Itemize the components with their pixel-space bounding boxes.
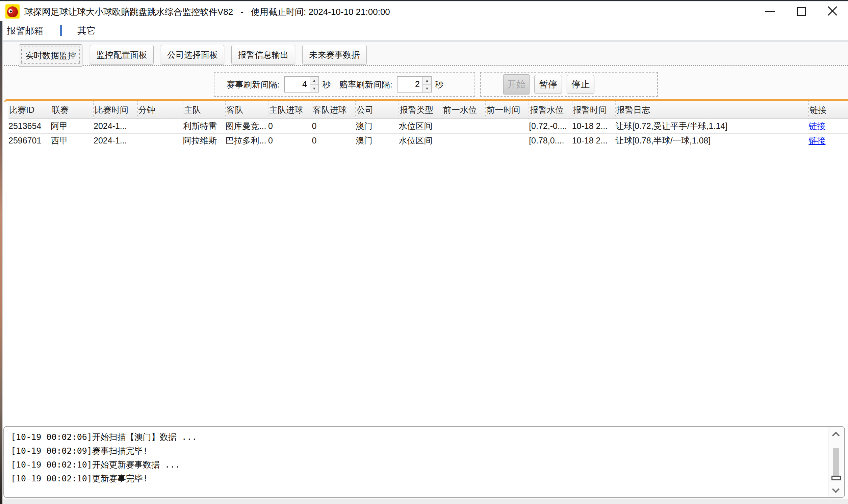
col-header-away-goals[interactable]: 客队进球: [312, 101, 356, 119]
cell-away-team: 巴拉多利...: [226, 133, 268, 148]
spinner-arrows: ▲ ▼: [423, 77, 431, 92]
cell-match-id: 2513654: [8, 119, 51, 133]
odds-refresh-spinner[interactable]: 2 ▲ ▼: [397, 76, 431, 92]
tab-strip: 实时数据监控 监控配置面板 公司选择面板 报警信息输出 未来赛事数据: [0, 42, 848, 66]
col-header-home-team[interactable]: 主队: [183, 101, 226, 119]
cell-prev-time: [485, 133, 529, 148]
title-dash: -: [241, 7, 244, 17]
log-lines: [10-19 00:02:06]开始扫描【澳门】数据 ... [10-19 00…: [11, 430, 824, 495]
col-header-home-goals[interactable]: 主队进球: [268, 101, 312, 119]
window-bottom-strip: [0, 499, 848, 504]
desktop-edge-strip: [0, 21, 3, 504]
cell-league: 阿甲: [51, 119, 94, 133]
event-refresh-value[interactable]: 4: [285, 77, 310, 92]
col-header-prev-odds[interactable]: 前一水位: [442, 101, 485, 119]
col-header-link[interactable]: 链接: [809, 101, 848, 119]
col-header-match-id[interactable]: 比赛ID: [8, 101, 51, 119]
control-bar: 赛事刷新间隔: 4 ▲ ▼ 秒 赔率刷新间隔: 2 ▲ ▼ 秒 开始 暂停: [0, 66, 848, 99]
table-row[interactable]: 2596701 西甲 2024-1... 阿拉维斯 巴拉多利... 0 0 澳门…: [8, 133, 848, 148]
table-row[interactable]: 2513654 阿甲 2024-1... 利斯特雷 图库曼竞... 0 0 澳门…: [8, 119, 848, 133]
cell-match-time: 2024-1...: [93, 119, 138, 133]
cell-home-goals: 0: [268, 133, 312, 148]
match-table-panel: 比赛ID 联赛 比赛时间 分钟 主队 客队 主队进球 客队进球 公司 报警类型 …: [4, 99, 848, 423]
cell-match-time: 2024-1...: [93, 133, 138, 148]
table-header-row: 比赛ID 联赛 比赛时间 分钟 主队 客队 主队进球 客队进球 公司 报警类型 …: [8, 101, 848, 119]
col-header-match-time[interactable]: 比赛时间: [93, 101, 138, 119]
cell-away-team: 图库曼竞...: [226, 119, 268, 133]
cell-company: 澳门: [356, 133, 399, 148]
license-deadline: 使用截止时间: 2024-10-10 21:00:00: [251, 7, 390, 17]
log-vertical-scrollbar[interactable]: [828, 427, 844, 497]
tab-monitor-config-panel[interactable]: 监控配置面板: [90, 45, 154, 65]
cell-alarm-time: 10-18 2...: [572, 133, 616, 148]
event-refresh-label: 赛事刷新间隔:: [227, 79, 280, 90]
window-title: 球探网足球让球大小球欧赔跳盘跳水综合监控软件V82-使用截止时间: 2024-1…: [24, 6, 390, 18]
odds-refresh-value[interactable]: 2: [398, 77, 423, 92]
col-header-prev-time[interactable]: 前一时间: [485, 101, 529, 119]
odds-refresh-label: 赔率刷新间隔:: [339, 79, 392, 90]
match-table: 比赛ID 联赛 比赛时间 分钟 主队 客队 主队进球 客队进球 公司 报警类型 …: [8, 101, 848, 148]
cell-home-goals: 0: [268, 119, 312, 133]
tab-alarm-info-output[interactable]: 报警信息输出: [231, 45, 295, 65]
minimize-button[interactable]: [758, 1, 782, 21]
spinner-down-icon[interactable]: ▼: [310, 85, 318, 92]
spinner-arrows: ▲ ▼: [310, 77, 318, 92]
close-button[interactable]: [820, 1, 845, 21]
scroll-up-icon[interactable]: [832, 432, 840, 439]
scroll-down-icon[interactable]: [832, 485, 840, 493]
scrollbar-thumb[interactable]: [833, 448, 839, 480]
tab-future-match-data[interactable]: 未来赛事数据: [302, 45, 367, 65]
tab-label: 未来赛事数据: [310, 49, 360, 60]
cell-prev-odds: [442, 133, 485, 148]
col-header-company[interactable]: 公司: [356, 101, 399, 119]
maximize-button[interactable]: [789, 1, 813, 21]
window-title-main: 球探网足球让球大小球欧赔跳盘跳水综合监控软件V82: [24, 7, 233, 17]
cell-alarm-odds: [0.78,0....: [529, 133, 572, 148]
col-header-alarm-log[interactable]: 报警日志: [615, 101, 809, 119]
col-header-alarm-time[interactable]: 报警时间: [572, 101, 616, 119]
tab-realtime-data-monitor[interactable]: 实时数据监控: [19, 44, 83, 67]
pause-button[interactable]: 暂停: [534, 75, 562, 94]
log-line: [10-19 00:02:10]更新赛事完毕!: [11, 472, 824, 485]
close-icon: [827, 6, 838, 17]
log-output-box[interactable]: [10-19 00:02:06]开始扫描【澳门】数据 ... [10-19 00…: [3, 426, 845, 498]
spinner-up-icon[interactable]: ▲: [423, 77, 431, 85]
tab-company-select-panel[interactable]: 公司选择面板: [161, 45, 224, 65]
minimize-icon: [765, 11, 775, 12]
cell-away-goals: 0: [312, 133, 356, 148]
cell-home-team: 阿拉维斯: [183, 133, 226, 148]
app-window: 球探网足球让球大小球欧赔跳盘跳水综合监控软件V82-使用截止时间: 2024-1…: [0, 0, 848, 504]
refresh-interval-group: 赛事刷新间隔: 4 ▲ ▼ 秒 赔率刷新间隔: 2 ▲ ▼ 秒: [214, 72, 475, 97]
cell-prev-odds: [442, 119, 485, 133]
cell-alarm-time: 10-18 2...: [572, 119, 616, 133]
col-header-minute[interactable]: 分钟: [138, 101, 183, 119]
menu-bar: 报警邮箱 其它: [0, 21, 848, 40]
cell-prev-time: [485, 119, 529, 133]
col-header-away-team[interactable]: 客队: [226, 101, 268, 119]
tab-label: 公司选择面板: [167, 49, 218, 60]
cell-company: 澳门: [356, 119, 399, 133]
menu-item-alarm-mailbox[interactable]: 报警邮箱: [0, 25, 50, 37]
menu-item-other[interactable]: 其它: [71, 25, 102, 37]
cell-minute: [138, 119, 183, 133]
title-bar: 球探网足球让球大小球欧赔跳盘跳水综合监控软件V82-使用截止时间: 2024-1…: [0, 0, 848, 21]
cell-home-team: 利斯特雷: [183, 119, 226, 133]
col-header-alarm-odds[interactable]: 报警水位: [529, 101, 572, 119]
row-link[interactable]: 链接: [809, 136, 825, 145]
col-header-alarm-type[interactable]: 报警类型: [399, 101, 442, 119]
scrollbar-grip[interactable]: [831, 476, 841, 480]
maximize-icon: [797, 7, 806, 16]
spinner-down-icon[interactable]: ▼: [423, 85, 431, 92]
row-link[interactable]: 链接: [809, 121, 825, 131]
col-header-league[interactable]: 联赛: [51, 101, 94, 119]
event-refresh-spinner[interactable]: 4 ▲ ▼: [284, 76, 319, 92]
stop-button[interactable]: 停止: [567, 75, 594, 94]
log-line: [10-19 00:02:10]开始更新赛事数据 ...: [11, 458, 824, 472]
tab-focus-dots: [21, 47, 80, 64]
app-logo-icon: [5, 4, 20, 19]
tab-label: 监控配置面板: [96, 49, 147, 60]
cell-league: 西甲: [51, 133, 94, 148]
start-button[interactable]: 开始: [503, 74, 530, 94]
spinner-up-icon[interactable]: ▲: [310, 77, 318, 85]
cell-minute: [138, 133, 183, 148]
